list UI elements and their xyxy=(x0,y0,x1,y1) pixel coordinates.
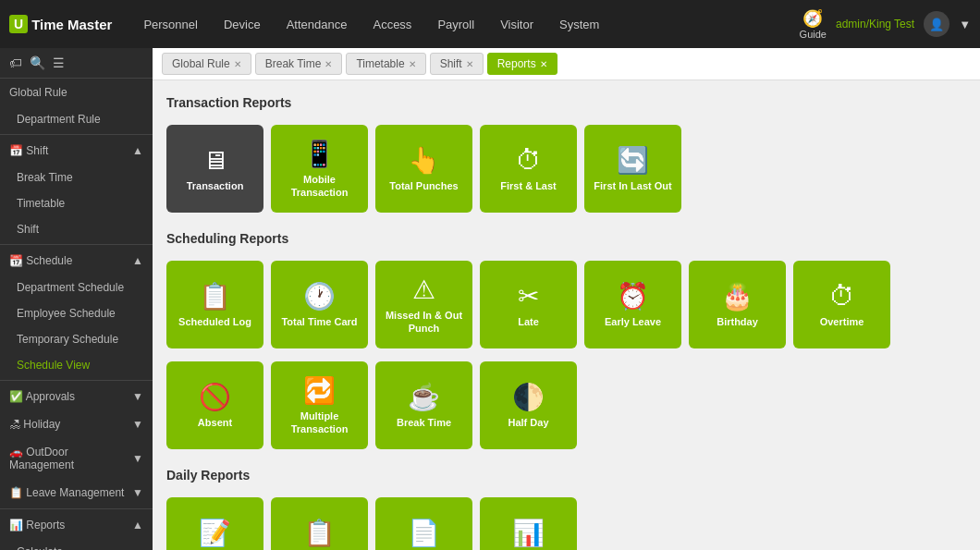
nav-visitor[interactable]: Visitor xyxy=(487,0,546,48)
scheduling-reports-header: Scheduling Reports xyxy=(166,226,966,253)
sidebar-label-schedule: 📆 Schedule xyxy=(9,254,72,267)
absent-icon: 🚫 xyxy=(199,382,231,412)
sidebar-section-approvals[interactable]: ✅ Approvals ▼ xyxy=(0,383,153,410)
tab-break-time-close[interactable]: ✕ xyxy=(325,59,332,69)
card-break-time[interactable]: ☕ Break Time xyxy=(375,361,472,449)
tab-global-rule[interactable]: Global Rule ✕ xyxy=(162,53,251,75)
sidebar-item-employee-schedule[interactable]: Employee Schedule xyxy=(0,300,153,326)
tab-break-time-label: Break Time xyxy=(265,57,322,70)
content-area: Global Rule ✕ Break Time ✕ Timetable ✕ S… xyxy=(153,48,980,550)
first-in-last-out-icon: 🔄 xyxy=(617,145,649,176)
sidebar-item-break-time[interactable]: Break Time xyxy=(0,165,153,190)
sidebar-section-leave[interactable]: 📋 Leave Management ▼ xyxy=(0,479,153,507)
sidebar-label-holiday: 🏖 Holiday xyxy=(9,418,60,431)
nav-access[interactable]: Access xyxy=(360,0,424,48)
daily-reports-grid: 📝 Daily Attendance 📋 Daily Details 📄 Dai… xyxy=(166,497,966,550)
sidebar-item-schedule-view[interactable]: Schedule View xyxy=(0,352,153,378)
sidebar-label-shift: 📅 Shift xyxy=(9,144,48,157)
tab-shift[interactable]: Shift ✕ xyxy=(430,53,484,75)
guide-button[interactable]: 🧭 Guide xyxy=(800,8,827,40)
nav-system[interactable]: System xyxy=(546,0,612,48)
leave-chevron: ▼ xyxy=(132,486,143,499)
logo-text: Time Master xyxy=(31,17,112,32)
card-scheduled-log[interactable]: 📋 Scheduled Log xyxy=(166,261,263,348)
sidebar-section-reports[interactable]: 📊 Reports ▲ xyxy=(0,511,153,539)
card-first-in-last-out[interactable]: 🔄 First In Last Out xyxy=(584,125,681,213)
tab-shift-close[interactable]: ✕ xyxy=(466,59,473,69)
sidebar-item-timetable[interactable]: Timetable xyxy=(0,190,153,216)
card-daily-status[interactable]: 📊 Daily Status xyxy=(480,497,577,550)
sidebar-section-holiday[interactable]: 🏖 Holiday ▼ xyxy=(0,410,153,438)
card-first-last[interactable]: ⏱ First & Last xyxy=(480,125,577,213)
card-early-leave[interactable]: ⏰ Early Leave xyxy=(584,261,681,348)
card-total-punches[interactable]: 👆 Total Punches xyxy=(375,125,472,213)
transaction-reports-header: Transaction Reports xyxy=(166,90,966,117)
user-avatar[interactable]: 👤 xyxy=(924,11,949,37)
card-daily-attendance[interactable]: 📝 Daily Attendance xyxy=(166,497,263,550)
divider-1 xyxy=(0,134,153,135)
nav-attendance[interactable]: Attendance xyxy=(274,0,361,48)
user-dropdown-icon[interactable]: ▼ xyxy=(959,18,971,31)
tab-reports-close[interactable]: ✕ xyxy=(540,59,547,69)
search-icon[interactable]: 🔍 xyxy=(30,55,45,70)
card-total-time-card[interactable]: 🕐 Total Time Card xyxy=(271,261,368,348)
sidebar-item-global-rule[interactable]: Global Rule xyxy=(0,79,153,106)
sidebar-section-schedule[interactable]: 📆 Schedule ▲ xyxy=(0,247,153,275)
card-daily-details[interactable]: 📋 Daily Details xyxy=(271,497,368,550)
sidebar-item-shift[interactable]: Shift xyxy=(0,216,153,242)
card-multiple-transaction[interactable]: 🔁 Multiple Transaction xyxy=(271,361,368,449)
card-mobile-transaction[interactable]: 📱 Mobile Transaction xyxy=(271,125,368,213)
user-info[interactable]: admin/King Test xyxy=(836,18,914,31)
sidebar-label-outdoor: 🚗 OutDoor Management xyxy=(9,446,132,471)
nav-device[interactable]: Device xyxy=(211,0,274,48)
tab-break-time[interactable]: Break Time ✕ xyxy=(255,53,343,75)
missed-punch-icon: ⚠ xyxy=(412,275,435,305)
reports-chevron: ▲ xyxy=(132,519,143,532)
daily-summary-icon: 📄 xyxy=(408,518,440,548)
sidebar-item-temporary-schedule[interactable]: Temporary Schedule xyxy=(0,326,153,352)
birthday-icon: 🎂 xyxy=(721,281,753,312)
tag-icon[interactable]: 🏷 xyxy=(9,55,22,70)
sidebar-label-approvals: ✅ Approvals xyxy=(9,390,75,403)
tab-reports[interactable]: Reports ✕ xyxy=(487,53,557,75)
sidebar-item-department-rule[interactable]: Department Rule xyxy=(0,106,153,132)
top-navigation: U Time Master Personnel Device Attendanc… xyxy=(0,0,980,48)
tabs-bar: Global Rule ✕ Break Time ✕ Timetable ✕ S… xyxy=(153,48,980,80)
card-half-day[interactable]: 🌓 Half Day xyxy=(480,361,577,449)
nav-payroll[interactable]: Payroll xyxy=(424,0,487,48)
divider-3 xyxy=(0,380,153,381)
card-missed-punch[interactable]: ⚠ Missed In & Out Punch xyxy=(375,261,472,348)
late-icon: ✂ xyxy=(518,281,539,312)
tab-timetable[interactable]: Timetable ✕ xyxy=(346,53,425,75)
list-icon[interactable]: ☰ xyxy=(53,55,65,70)
card-birthday-label: Birthday xyxy=(717,316,758,328)
card-absent[interactable]: 🚫 Absent xyxy=(166,361,263,449)
daily-reports-header: Daily Reports xyxy=(166,462,966,490)
guide-label: Guide xyxy=(800,29,827,40)
tab-global-rule-close[interactable]: ✕ xyxy=(234,59,241,69)
sidebar-top-icons: 🏷 🔍 ☰ xyxy=(0,48,153,79)
sidebar-section-outdoor[interactable]: 🚗 OutDoor Management ▼ xyxy=(0,438,153,479)
card-early-leave-label: Early Leave xyxy=(605,316,661,328)
tab-timetable-close[interactable]: ✕ xyxy=(409,59,416,69)
card-daily-summary[interactable]: 📄 Daily Summary xyxy=(375,497,472,550)
early-leave-icon: ⏰ xyxy=(617,281,649,312)
nav-personnel[interactable]: Personnel xyxy=(130,0,211,48)
card-transaction[interactable]: 🖥 Transaction xyxy=(166,125,263,213)
mobile-transaction-icon: 📱 xyxy=(303,139,336,169)
card-overtime-label: Overtime xyxy=(820,316,864,328)
card-total-time-card-label: Total Time Card xyxy=(281,316,357,328)
logo[interactable]: U Time Master xyxy=(9,15,112,33)
card-birthday[interactable]: 🎂 Birthday xyxy=(689,261,786,348)
card-first-in-last-out-label: First In Last Out xyxy=(594,180,671,192)
first-last-icon: ⏱ xyxy=(516,145,542,176)
scheduling-reports-grid-row1: 📋 Scheduled Log 🕐 Total Time Card ⚠ Miss… xyxy=(166,261,966,348)
sidebar: 🏷 🔍 ☰ Global Rule Department Rule 📅 Shif… xyxy=(0,48,153,550)
divider-4 xyxy=(0,508,153,509)
sidebar-item-calculate[interactable]: Calculate xyxy=(0,539,153,550)
sidebar-item-department-schedule[interactable]: Department Schedule xyxy=(0,275,153,300)
card-total-punches-label: Total Punches xyxy=(389,180,458,192)
card-late[interactable]: ✂ Late xyxy=(480,261,577,348)
card-overtime[interactable]: ⏱ Overtime xyxy=(793,261,890,348)
sidebar-section-shift[interactable]: 📅 Shift ▲ xyxy=(0,137,153,165)
